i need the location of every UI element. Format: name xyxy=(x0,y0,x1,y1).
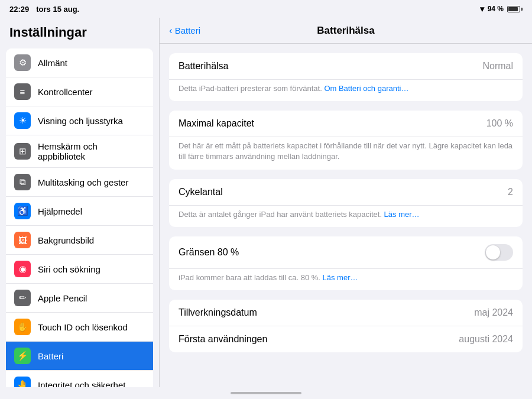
row-label-tillverkningsdatum: Tillverkningsdatum xyxy=(179,307,257,318)
multitasking-icon: ⧉ xyxy=(14,174,31,190)
row-label-gransen80: Gränsen 80 % xyxy=(179,247,239,258)
row-label-cykelantal: Cykelantal xyxy=(179,187,223,197)
card-row-tillverkningsdatum: Tillverkningsdatum maj 2024 xyxy=(169,300,523,326)
sidebar-item-touchid[interactable]: ✋ Touch ID och lösenkod xyxy=(6,313,153,342)
sidebar-item-visning[interactable]: ☀ Visning och ljusstyrka xyxy=(6,106,153,135)
back-label: Batteri xyxy=(175,25,200,35)
sidebar-item-multitasking[interactable]: ⧉ Multitasking och gester xyxy=(6,168,153,197)
allman-icon: ⚙ xyxy=(14,54,31,71)
touchid-icon: ✋ xyxy=(14,319,31,335)
subtext-link-2[interactable]: Läs mer… xyxy=(384,210,420,219)
visning-icon: ☀ xyxy=(14,112,31,129)
back-button[interactable]: ‹ Batteri xyxy=(169,25,200,37)
siri-icon: ◉ xyxy=(14,261,31,277)
sidebar-item-batteri[interactable]: ⚡ Batteri xyxy=(6,342,153,371)
detail-title: Batterihälsa xyxy=(317,25,374,37)
row-value-batterihälsa: Normal xyxy=(482,61,513,72)
sidebar-item-label: Batteri xyxy=(38,351,63,361)
battery-percent: 94 % xyxy=(488,5,504,13)
detail-card-1: Maximal kapacitet 100 % Det här är ett m… xyxy=(169,111,523,169)
card-row-batterihälsa: Batterihälsa Normal xyxy=(169,53,523,80)
sidebar-item-label: Integritet och säkerhet xyxy=(38,380,125,388)
sidebar-item-label: Kontrollcenter xyxy=(38,87,93,97)
sidebar-item-label: Hjälpmedel xyxy=(38,206,82,216)
row-label-forstaanvandning: Första användningen xyxy=(179,334,267,345)
back-chevron-icon: ‹ xyxy=(169,25,173,37)
sidebar-item-label: Multitasking och gester xyxy=(38,177,128,187)
sidebar-item-bakgrundsbild[interactable]: 🖼 Bakgrundsbild xyxy=(6,226,153,255)
detail-card-2: Cykelantal 2 Detta är antalet gånger iPa… xyxy=(169,179,523,227)
sidebar-title: Inställningar xyxy=(0,18,159,45)
sidebar-item-integritet[interactable]: 🤚 Integritet och säkerhet xyxy=(6,371,153,387)
integritet-icon: 🤚 xyxy=(14,377,31,387)
main-content: Inställningar ⚙ Allmänt ≡ Kontrollcenter… xyxy=(0,18,532,387)
hjalpmedel-icon: ♿ xyxy=(14,203,31,219)
card-row-forstaanvandning: Första användningen augusti 2024 xyxy=(169,326,523,352)
sidebar-section: ⚙ Allmänt ≡ Kontrollcenter ☀ Visning och… xyxy=(6,48,153,387)
sidebar: Inställningar ⚙ Allmänt ≡ Kontrollcenter… xyxy=(0,18,160,387)
sidebar-item-label: Bakgrundsbild xyxy=(38,235,94,245)
row-value-maxkapacitet: 100 % xyxy=(486,118,513,129)
row-label-batterihälsa: Batterihälsa xyxy=(179,61,229,72)
status-right: ▾ 94 % xyxy=(480,4,523,14)
card-row-gransen80[interactable]: Gränsen 80 % xyxy=(169,236,523,269)
sidebar-item-allman[interactable]: ⚙ Allmänt xyxy=(6,48,153,77)
card-row-cykelantal: Cykelantal 2 xyxy=(169,179,523,206)
batteri-icon: ⚡ xyxy=(14,348,31,364)
sidebar-item-hjalpmedel[interactable]: ♿ Hjälpmedel xyxy=(6,197,153,226)
status-bar: 22:29 tors 15 aug. ▾ 94 % xyxy=(0,0,532,18)
row-value-cykelantal: 2 xyxy=(508,187,513,197)
card-subtext-0: Detta iPad-batteri presterar som förvänt… xyxy=(169,80,523,101)
date-display: tors 15 aug. xyxy=(36,5,79,14)
detail-pane: ‹ Batteri Batterihälsa Batterihälsa Norm… xyxy=(160,18,532,387)
row-value-forstaanvandning: augusti 2024 xyxy=(459,334,513,345)
card-subtext-3: iPad kommer bara att laddas till ca. 80 … xyxy=(169,269,523,290)
wifi-icon: ▾ xyxy=(480,4,484,14)
bottom-bar xyxy=(0,387,532,399)
sidebar-item-label: Touch ID och lösenkod xyxy=(38,322,128,332)
subtext-link-3[interactable]: Läs mer… xyxy=(323,273,358,282)
row-value-tillverkningsdatum: maj 2024 xyxy=(474,307,513,318)
status-left: 22:29 tors 15 aug. xyxy=(9,5,79,14)
home-indicator xyxy=(231,392,301,394)
sidebar-item-siri[interactable]: ◉ Siri och sökning xyxy=(6,255,153,284)
detail-card-3: Gränsen 80 % iPad kommer bara att laddas… xyxy=(169,236,523,290)
sidebar-item-hemskarm[interactable]: ⊞ Hemskärm och appbibliotek xyxy=(6,135,153,168)
toggle-gransen80[interactable] xyxy=(485,244,513,261)
bakgrundsbild-icon: 🖼 xyxy=(14,232,31,248)
card-subtext-2: Detta är antalet gånger iPad har använt … xyxy=(169,206,523,227)
detail-scroll: Batterihälsa Normal Detta iPad-batteri p… xyxy=(160,44,532,387)
detail-nav: ‹ Batteri Batterihälsa xyxy=(160,18,532,44)
detail-card-4: Tillverkningsdatum maj 2024 Första använ… xyxy=(169,300,523,352)
kontrollcenter-icon: ≡ xyxy=(14,83,31,100)
subtext-link-0[interactable]: Om Batteri och garanti… xyxy=(324,84,408,93)
battery-icon xyxy=(507,6,523,12)
sidebar-item-label: Hemskärm och appbibliotek xyxy=(38,141,145,161)
card-subtext-1: Det här är ett mått på batteriets kapaci… xyxy=(169,137,523,169)
sidebar-item-label: Allmänt xyxy=(38,58,67,68)
hemskarm-icon: ⊞ xyxy=(14,143,31,160)
sidebar-item-label: Apple Pencil xyxy=(38,293,87,303)
applepencil-icon: ✏ xyxy=(14,290,31,306)
time-display: 22:29 xyxy=(9,5,29,14)
row-label-maxkapacitet: Maximal kapacitet xyxy=(179,118,254,129)
card-row-maxkapacitet: Maximal kapacitet 100 % xyxy=(169,111,523,137)
sidebar-item-applepencil[interactable]: ✏ Apple Pencil xyxy=(6,284,153,313)
detail-card-0: Batterihälsa Normal Detta iPad-batteri p… xyxy=(169,53,523,101)
sidebar-item-kontrollcenter[interactable]: ≡ Kontrollcenter xyxy=(6,77,153,106)
sidebar-item-label: Visning och ljusstyrka xyxy=(38,116,123,126)
sidebar-item-label: Siri och sökning xyxy=(38,264,100,274)
